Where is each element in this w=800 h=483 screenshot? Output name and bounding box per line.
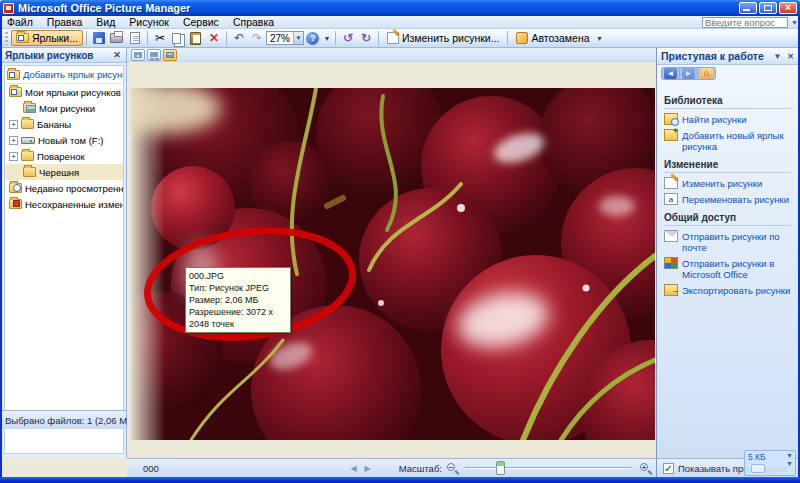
- selection-status: Выбрано файлов: 1 (2,06 МБ): [2, 410, 127, 429]
- task-pane-nav: ◄ ► ⌂: [657, 65, 798, 82]
- zoom-out-button[interactable]: −: [446, 462, 459, 475]
- menu-help[interactable]: Справка: [226, 16, 281, 29]
- pictures-folder-icon: [23, 103, 36, 113]
- add-picture-shortcut-link[interactable]: Добавить ярлык рисунка...: [5, 66, 123, 84]
- unsaved-changes-icon: [9, 199, 22, 209]
- save-button[interactable]: [90, 30, 108, 46]
- zoom-in-button[interactable]: +: [639, 462, 652, 475]
- send-pictures-mail-link[interactable]: Отправить рисунки по почте: [664, 231, 791, 253]
- toolbar-options-icon[interactable]: ▼: [322, 35, 332, 42]
- paste-button[interactable]: [187, 30, 205, 46]
- single-picture-view-icon: [166, 52, 174, 58]
- section-library: Библиотека: [664, 95, 791, 109]
- paste-icon: [190, 32, 201, 45]
- menu-edit[interactable]: Правка: [40, 16, 89, 29]
- expand-icon[interactable]: +: [9, 152, 18, 161]
- toolbar-options-icon[interactable]: ▼: [595, 35, 605, 42]
- scissors-icon: ✂: [155, 32, 165, 44]
- rotate-left-button[interactable]: ↺: [339, 30, 357, 46]
- tree-item-unsaved-changes[interactable]: Несохраненные изменения: [5, 196, 123, 212]
- cut-button[interactable]: ✂: [151, 30, 169, 46]
- zoom-slider-thumb[interactable]: [496, 461, 505, 475]
- tree-item-my-picture-shortcuts[interactable]: Мои ярлыки рисунков: [5, 84, 123, 100]
- scale-label: Масштаб:: [399, 463, 442, 474]
- add-shortcut-icon: [7, 70, 20, 80]
- home-icon[interactable]: ⌂: [700, 68, 713, 79]
- drive-icon: [21, 137, 35, 144]
- back-icon[interactable]: ◄: [664, 68, 677, 79]
- toolbar-grip[interactable]: [5, 32, 8, 45]
- chevron-down-icon[interactable]: ▼▼: [786, 452, 793, 468]
- add-shortcut-icon: [664, 129, 678, 141]
- menu-view[interactable]: Вид: [89, 16, 122, 29]
- shortcuts-tree: Добавить ярлык рисунка... Мои ярлыки рис…: [4, 65, 124, 454]
- forward-icon[interactable]: ►: [682, 68, 695, 79]
- chevron-down-icon[interactable]: ▼: [293, 32, 303, 44]
- undo-button[interactable]: ↶: [230, 30, 248, 46]
- close-pane-icon[interactable]: ✕: [111, 50, 123, 60]
- section-share: Общий доступ: [664, 212, 791, 226]
- edit-pictures-link[interactable]: Изменить рисунки: [664, 178, 791, 189]
- zoom-slider[interactable]: [465, 461, 633, 475]
- menu-file[interactable]: Файл: [0, 16, 40, 29]
- autocorrect-button[interactable]: Автозамена: [511, 30, 594, 46]
- redo-icon: ↷: [252, 32, 262, 44]
- picture-viewer: 000.JPG Тип: Рисунок JPEG Размер: 2,06 М…: [127, 48, 656, 458]
- menu-tools[interactable]: Сервис: [176, 16, 226, 29]
- zoom-in-icon: +: [640, 463, 648, 471]
- next-picture-icon[interactable]: ▶: [365, 464, 371, 473]
- single-picture-view-button[interactable]: [163, 49, 177, 61]
- shortcuts-button[interactable]: Ярлыки...: [11, 30, 83, 46]
- tree-item-bananas[interactable]: + Бананы: [5, 116, 123, 132]
- preview-icon: [130, 32, 140, 44]
- tooltip-size: Размер: 2,06 МБ: [189, 294, 287, 306]
- pane-header: Ярлыки рисунков ✕: [2, 48, 126, 63]
- minimize-button[interactable]: [739, 2, 757, 14]
- edit-pictures-button[interactable]: Изменить рисунки...: [382, 30, 505, 46]
- picture-shortcuts-pane: Ярлыки рисунков ✕ Добавить ярлык рисунка…: [2, 48, 127, 458]
- tooltip-filename: 000.JPG: [189, 270, 287, 282]
- export-icon: [664, 284, 678, 296]
- edit-pictures-icon: [664, 177, 678, 189]
- add-new-picture-shortcut-link[interactable]: Добавить новый ярлык рисунка: [664, 130, 791, 152]
- main-toolbar: Ярлыки... ✂ ✕ ↶ ↷ 27% ▼ ? ▼ ↺ ↻ Изменить…: [0, 29, 800, 48]
- redo-button[interactable]: ↷: [248, 30, 266, 46]
- restore-button[interactable]: [759, 2, 777, 14]
- minimize-icon: [743, 9, 750, 11]
- tooltip-type: Тип: Рисунок JPEG: [189, 282, 287, 294]
- export-pictures-link[interactable]: Экспортировать рисунки: [664, 285, 791, 296]
- menu-picture[interactable]: Рисунок: [122, 16, 176, 29]
- window-title: Microsoft Office Picture Manager: [18, 2, 739, 14]
- expand-icon[interactable]: +: [9, 136, 18, 145]
- tree-item-my-pictures[interactable]: Мои рисунки: [5, 100, 123, 116]
- copy-icon: [172, 33, 181, 44]
- tree-item-chereshnya[interactable]: Черешня: [5, 164, 123, 180]
- close-pane-icon[interactable]: ✕: [787, 52, 794, 61]
- preview-button[interactable]: [126, 30, 144, 46]
- locate-pictures-link[interactable]: Найти рисунки: [664, 114, 791, 125]
- rotate-right-button[interactable]: ↻: [357, 30, 375, 46]
- tree-item-new-volume-f[interactable]: + Новый том (F:): [5, 132, 123, 148]
- pane-menu-icon[interactable]: ▼: [773, 52, 781, 61]
- ask-question-input[interactable]: [702, 17, 788, 28]
- rename-pictures-link[interactable]: a Переименовать рисунки: [664, 194, 791, 205]
- filmstrip-view-button[interactable]: [147, 49, 161, 61]
- delete-button[interactable]: ✕: [205, 30, 223, 46]
- tree-item-recently-viewed[interactable]: Недавно просмотренные: [5, 180, 123, 196]
- close-button[interactable]: ×: [779, 2, 797, 14]
- tree-item-povarenok[interactable]: + Поваренок: [5, 148, 123, 164]
- print-button[interactable]: [108, 30, 126, 46]
- expand-icon[interactable]: +: [9, 120, 18, 129]
- show-at-startup-checkbox[interactable]: ✓: [663, 463, 674, 474]
- zoom-slider-track: [465, 467, 633, 469]
- zoom-combo[interactable]: 27% ▼: [266, 31, 304, 45]
- thumbnail-view-button[interactable]: [131, 49, 145, 61]
- help-button[interactable]: ?: [304, 30, 322, 46]
- previous-picture-icon[interactable]: ◀: [350, 464, 356, 473]
- picture-canvas[interactable]: 000.JPG Тип: Рисунок JPEG Размер: 2,06 М…: [131, 88, 655, 440]
- task-pane-header: Приступая к работе ▼ ✕: [657, 48, 798, 65]
- tooltip-resolution: Разрешение: 3072 x 2048 точек: [189, 306, 287, 330]
- copy-button[interactable]: [169, 30, 187, 46]
- send-pictures-office-link[interactable]: Отправить рисунки в Microsoft Office: [664, 258, 791, 280]
- recent-icon: [9, 183, 22, 193]
